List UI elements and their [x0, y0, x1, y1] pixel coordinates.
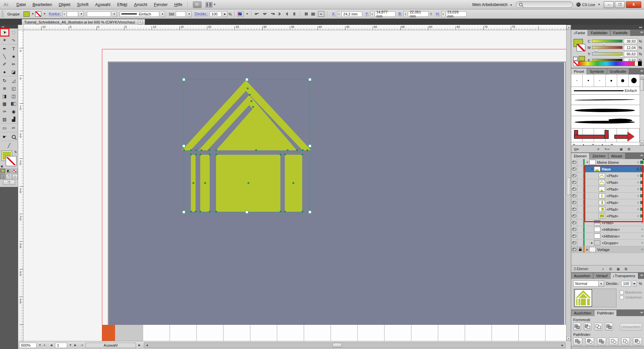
- layer-row-body[interactable]: <Pfad>○: [585, 206, 644, 212]
- color-mode-button[interactable]: [0, 168, 5, 173]
- tab-aussehen[interactable]: Aussehen: [571, 273, 593, 279]
- chevron-down-icon[interactable]: ▼: [112, 11, 117, 17]
- workspace-switcher[interactable]: Mein Arbeitsbereich ▼: [472, 2, 513, 7]
- brush-libraries-icon[interactable]: ▤▾: [574, 147, 579, 151]
- target-icon[interactable]: ○: [637, 187, 639, 191]
- eye-icon[interactable]: [572, 208, 576, 211]
- eye-icon[interactable]: [572, 161, 576, 164]
- lock-cell[interactable]: [577, 226, 583, 233]
- pathfinder-crop-button[interactable]: [609, 338, 618, 345]
- close-tab-icon[interactable]: ✕: [138, 20, 143, 24]
- target-icon[interactable]: ○: [637, 201, 639, 204]
- opacity-slider-button[interactable]: ▶: [223, 11, 227, 17]
- horizontal-ruler[interactable]: 105051015202530354045505560657075: [23, 25, 566, 30]
- slice-tool[interactable]: ✂: [9, 124, 18, 132]
- scroll-down-icon[interactable]: ▼: [640, 141, 644, 145]
- target-icon[interactable]: ○: [637, 207, 639, 211]
- layer-row-Pfad[interactable]: <Pfad>○: [571, 199, 644, 206]
- width-input[interactable]: 22,051 mm: [408, 11, 429, 17]
- height-input[interactable]: 23,029 mm: [446, 11, 467, 17]
- target-icon[interactable]: ○: [637, 174, 639, 178]
- stroke-color-well[interactable]: [6, 156, 16, 166]
- opacity-slider-button[interactable]: ▶: [633, 281, 637, 287]
- visibility-cell[interactable]: [571, 186, 577, 192]
- delete-layer-icon[interactable]: ⊠: [625, 267, 627, 271]
- new-sublayer-icon[interactable]: ⊞: [609, 267, 612, 271]
- paintbrush-tool[interactable]: ✐: [0, 60, 9, 68]
- basic-brush-item[interactable]: Einfach: [571, 87, 640, 95]
- lock-cell[interactable]: [577, 246, 583, 253]
- visibility-cell[interactable]: [571, 219, 577, 226]
- eyedropper-tool[interactable]: ✑: [0, 108, 9, 115]
- perspective-grid-tool[interactable]: ◫: [9, 92, 18, 100]
- spectrum-ramp[interactable]: [578, 61, 635, 66]
- direct-selection-tool[interactable]: ➤: [9, 29, 18, 36]
- layer-row-Vorlage[interactable]: ▶Vorlage○: [571, 246, 644, 253]
- menu-hilfe[interactable]: Hilfe: [171, 0, 186, 9]
- eye-icon[interactable]: [572, 167, 576, 170]
- height-link[interactable]: H:: [436, 12, 440, 16]
- channel-slider[interactable]: [592, 52, 623, 55]
- target-icon[interactable]: ○: [637, 160, 639, 164]
- lock-cell[interactable]: [577, 233, 583, 239]
- align-bottom-icon[interactable]: [291, 11, 298, 17]
- gray-page-object[interactable]: [115, 325, 143, 341]
- layer-row-body[interactable]: ▼Meine Ebene○: [585, 159, 644, 165]
- tab-farbe[interactable]: ▴▾Farbe: [571, 30, 588, 36]
- ruler-origin-corner[interactable]: [18, 25, 23, 30]
- layer-row-body[interactable]: <Pfad>○: [585, 172, 644, 179]
- draw-normal-button[interactable]: ❑: [0, 174, 5, 179]
- width-tool[interactable]: ≋: [0, 85, 9, 92]
- fill-color-swatch[interactable]: [23, 11, 30, 17]
- layer-row-Pfad[interactable]: <Pfad>○: [571, 172, 644, 179]
- stroke-weight-input[interactable]: [67, 11, 78, 17]
- panel-menu-icon[interactable]: ▾≡: [640, 69, 643, 72]
- style-select[interactable]: [176, 11, 186, 17]
- scroll-up-icon[interactable]: ▲: [567, 25, 571, 30]
- menu-effekt[interactable]: Effekt: [114, 0, 130, 9]
- scroll-up-icon[interactable]: ▲: [640, 74, 644, 79]
- transform-reference-icon[interactable]: [318, 11, 324, 17]
- make-clipping-mask-icon[interactable]: ◐: [602, 267, 604, 271]
- align-left-icon[interactable]: [254, 11, 261, 17]
- panel-menu-icon[interactable]: ▾≡: [640, 311, 643, 314]
- document-tab[interactable]: Tutorial_Schreibblock_A6_Illustrator.ai …: [21, 19, 145, 25]
- invert-checkbox[interactable]: [620, 296, 624, 299]
- lock-cell[interactable]: [577, 199, 583, 206]
- chevron-down-icon[interactable]: ▼: [32, 12, 34, 15]
- align-center-icon[interactable]: [262, 11, 268, 17]
- visibility-cell[interactable]: [571, 213, 577, 219]
- brush-definition-select[interactable]: Einfach: [120, 11, 159, 17]
- layer-row-body[interactable]: ▼Haus◎: [585, 166, 644, 172]
- house-artwork-selected[interactable]: [181, 76, 315, 218]
- none-mode-button[interactable]: [12, 168, 18, 173]
- remove-brush-stroke-icon[interactable]: ✕: [597, 147, 599, 151]
- mask-checkbox-row[interactable]: Maskieren: [620, 290, 642, 294]
- calligraphic-brush-item[interactable]: [594, 74, 605, 87]
- stroke-weight-stepper[interactable]: ▲▼: [62, 11, 66, 17]
- eye-icon[interactable]: [572, 194, 576, 197]
- blend-tool[interactable]: ◉: [9, 108, 18, 115]
- opacity-value-field[interactable]: 100: [621, 281, 631, 286]
- arrow-pattern-brush-item[interactable]: [571, 129, 640, 142]
- link-dimensions-icon[interactable]: ∞: [429, 13, 433, 15]
- channel-slider[interactable]: [592, 46, 623, 49]
- gradient-tool[interactable]: [9, 100, 18, 108]
- expand-icon[interactable]: ▼: [590, 168, 594, 170]
- distribute-horizontal-icon[interactable]: [303, 11, 310, 17]
- pathfinder-trim-button[interactable]: [585, 338, 594, 345]
- x-link[interactable]: X:: [332, 12, 335, 16]
- opacity-link[interactable]: Deckkr.:: [195, 12, 208, 16]
- tab-absatz[interactable]: Absatz: [608, 153, 626, 159]
- target-icon[interactable]: ○: [641, 248, 643, 251]
- screen-mode-button[interactable]: ❒: [3, 180, 15, 185]
- tab-pathfinder[interactable]: Pathfinder: [594, 310, 617, 316]
- width-profile-select[interactable]: [87, 11, 111, 17]
- line-segment-tool[interactable]: ╲: [0, 53, 9, 60]
- vertical-scrollbar[interactable]: ▲ ▼: [566, 25, 571, 341]
- chevron-down-icon[interactable]: ▼: [246, 12, 249, 15]
- chevron-down-icon[interactable]: ▼: [213, 3, 216, 6]
- minimize-button[interactable]: –: [604, 1, 614, 8]
- thick-brush-item[interactable]: [571, 105, 640, 116]
- scale-tool[interactable]: ◿: [9, 77, 18, 85]
